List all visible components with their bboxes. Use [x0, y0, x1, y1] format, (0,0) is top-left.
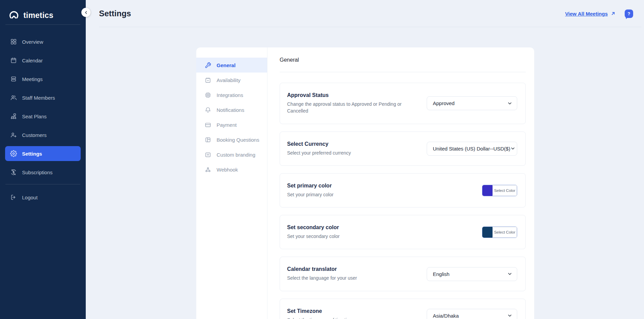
view-all-meetings-label: View All Meetings [565, 11, 608, 17]
logo: timetics [0, 0, 86, 24]
tab-label: Payment [217, 122, 237, 128]
org-chart-icon [10, 113, 17, 120]
sidebar-bottom-divider [5, 184, 80, 184]
chevron-down-icon [507, 313, 512, 318]
setting-title: Set primary color [287, 183, 334, 189]
sidebar-item-meetings[interactable]: Meetings [5, 72, 81, 86]
secondary-color-picker[interactable]: Select Color [482, 226, 517, 238]
logout-icon [10, 194, 17, 201]
panel-heading: General [280, 57, 526, 63]
sidebar-item-label: Staff Members [22, 95, 55, 101]
page-title: Settings [99, 9, 131, 18]
currency-select[interactable]: United States (US) Dollar--USD($) [427, 142, 517, 156]
webhook-icon [205, 166, 211, 173]
sidebar-item-subscriptions[interactable]: Subscriptions [5, 165, 81, 180]
sidebar-item-seat-plans[interactable]: Seat Plans [5, 109, 81, 124]
setting-row-calendar-translator: Calendar translator Select the language … [280, 257, 526, 291]
tools-icon [205, 62, 211, 68]
tab-webhook[interactable]: Webhook [196, 162, 267, 177]
view-all-meetings-link[interactable]: View All Meetings [565, 11, 616, 17]
sidebar-item-label: Calendar [22, 58, 43, 63]
setting-row-approval-status: Approval Status Change the approval stat… [280, 83, 526, 124]
sidebar: timetics Overview Calendar Meetings [0, 0, 86, 319]
tab-notifications[interactable]: Notifications [196, 102, 267, 117]
tab-label: Integrations [217, 92, 243, 98]
tab-booking-questions[interactable]: Booking Questions [196, 132, 267, 147]
sidebar-item-calendar[interactable]: Calendar [5, 53, 81, 68]
sidebar-item-label: Seat Plans [22, 114, 47, 119]
setting-row-timezone: Set Timezone Select the timezone of time… [280, 299, 526, 319]
chevron-down-icon [507, 271, 512, 277]
tab-payment[interactable]: Payment [196, 117, 267, 132]
sidebar-item-customers[interactable]: Customers [5, 127, 81, 142]
selected-value: Approved [433, 100, 455, 106]
sidebar-item-label: Overview [22, 39, 43, 45]
setting-title: Calendar translator [287, 266, 357, 272]
tab-label: Notifications [217, 107, 244, 113]
setting-description: Change the approval status to Approved o… [287, 101, 412, 115]
main-area: Settings View All Meetings ? General [86, 0, 644, 319]
setting-title: Approval Status [287, 92, 412, 98]
tab-general[interactable]: General [196, 58, 267, 73]
setting-row-primary-color: Set primary color Set your primary color… [280, 173, 526, 207]
tab-availability[interactable]: Availability [196, 73, 267, 87]
panel-divider [280, 72, 526, 72]
tab-custom-branding[interactable]: Custom branding [196, 147, 267, 162]
setting-description: Set your secondary color [287, 233, 340, 240]
sidebar-item-label: Settings [22, 151, 42, 157]
table-layout-icon [205, 137, 211, 143]
window-code-icon [205, 152, 211, 158]
setting-title: Select Currency [287, 141, 351, 147]
grid-icon [10, 38, 17, 45]
tab-label: General [217, 62, 236, 68]
calendar-icon [10, 57, 17, 64]
chevron-down-icon [507, 101, 512, 106]
calendar-minus-icon [205, 77, 211, 83]
sidebar-item-label: Meetings [22, 76, 43, 82]
sidebar-collapse-button[interactable] [81, 8, 90, 17]
selected-value: English [433, 271, 449, 277]
help-button[interactable]: ? [625, 9, 633, 18]
arrow-up-right-icon [610, 11, 616, 16]
sidebar-divider [5, 24, 80, 25]
setting-row-select-currency: Select Currency Select your preferred cu… [280, 132, 526, 166]
select-color-button[interactable]: Select Color [492, 227, 517, 238]
primary-color-swatch [482, 185, 492, 196]
sidebar-item-staff-members[interactable]: Staff Members [5, 90, 81, 105]
sidebar-item-overview[interactable]: Overview [5, 34, 81, 49]
chevron-down-icon [510, 146, 516, 151]
gear-icon [10, 150, 17, 157]
approval-status-select[interactable]: Approved [427, 96, 517, 110]
secondary-color-swatch [482, 227, 492, 238]
sidebar-item-settings[interactable]: Settings [5, 146, 81, 161]
tab-label: Availability [217, 77, 241, 83]
meetings-stack-icon [10, 76, 17, 82]
bell-icon [205, 107, 211, 113]
tab-label: Booking Questions [217, 137, 259, 143]
language-select[interactable]: English [427, 267, 517, 281]
selected-value: Asia/Dhaka [433, 313, 459, 319]
tab-label: Custom branding [217, 152, 255, 158]
user-plus-icon [10, 132, 17, 138]
tab-integrations[interactable]: Integrations [196, 87, 267, 102]
setting-description: Select the timezone of timetics [287, 317, 351, 319]
primary-color-picker[interactable]: Select Color [482, 185, 517, 196]
topbar: Settings View All Meetings ? [86, 0, 644, 27]
general-panel: General Approval Status Change the appro… [267, 47, 534, 319]
timezone-select[interactable]: Asia/Dhaka [427, 309, 517, 319]
logout-button[interactable]: Logout [5, 190, 81, 205]
logo-text: timetics [23, 11, 54, 20]
settings-card: General Availability Integrations Notifi… [196, 47, 534, 319]
chevron-left-icon [84, 11, 88, 15]
setting-title: Set secondary color [287, 224, 340, 231]
select-color-button[interactable]: Select Color [492, 185, 517, 196]
sidebar-item-label: Subscriptions [22, 170, 53, 175]
cpu-icon [205, 92, 211, 98]
help-question-icon: ? [628, 11, 630, 16]
setting-description: Select your preferred currency [287, 149, 351, 156]
setting-description: Set your primary color [287, 191, 334, 198]
setting-row-secondary-color: Set secondary color Set your secondary c… [280, 215, 526, 249]
timetics-logo-icon [8, 9, 20, 21]
logout-label: Logout [22, 195, 38, 200]
credit-card-icon [205, 122, 211, 128]
